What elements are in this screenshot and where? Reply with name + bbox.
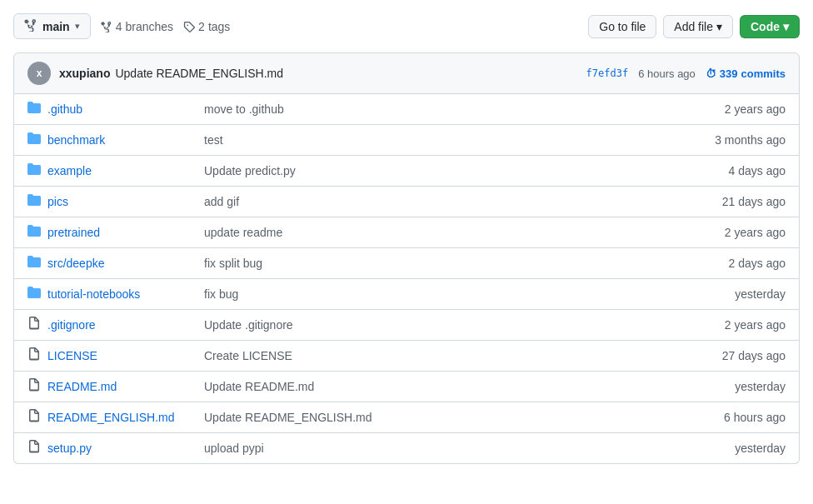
file-name-cell: benchmark xyxy=(27,132,194,148)
file-commit-message[interactable]: Update .gitignore xyxy=(204,318,659,332)
file-time: yesterday xyxy=(669,442,786,455)
file-name[interactable]: tutorial-notebooks xyxy=(47,287,140,301)
table-row: LICENSE Create LICENSE 27 days ago xyxy=(14,341,799,372)
file-table: .github move to .github 2 years ago benc… xyxy=(13,94,800,464)
file-commit-message[interactable]: add gif xyxy=(204,195,659,208)
file-commit-message[interactable]: fix split bug xyxy=(204,257,659,270)
table-row: example Update predict.py 4 days ago xyxy=(14,156,799,187)
branches-link[interactable]: 4 branches xyxy=(101,20,173,33)
file-time: 2 days ago xyxy=(669,257,786,270)
file-name-cell: .github xyxy=(27,101,194,117)
folder-icon xyxy=(27,255,41,272)
file-name[interactable]: README.md xyxy=(47,380,117,393)
top-bar-left: main ▾ 4 branches 2 tags xyxy=(13,13,230,39)
code-label: Code xyxy=(751,20,780,33)
file-name-cell: README_ENGLISH.md xyxy=(27,409,194,426)
branches-label: branches xyxy=(125,20,173,33)
commit-message[interactable]: Update README_ENGLISH.md xyxy=(115,67,283,80)
tags-label: tags xyxy=(208,20,230,33)
commits-link[interactable]: ⏱ 339 commits xyxy=(706,67,786,80)
file-name[interactable]: pics xyxy=(47,195,68,208)
commit-hash[interactable]: f7efd3f xyxy=(586,67,629,79)
file-time: 21 days ago xyxy=(669,195,786,208)
go-to-file-button[interactable]: Go to file xyxy=(588,15,656,38)
table-row: benchmark test 3 months ago xyxy=(14,125,799,156)
avatar-initial: x xyxy=(37,67,42,79)
commits-label: commits xyxy=(741,67,786,80)
top-bar: main ▾ 4 branches 2 tags Go to file Add … xyxy=(13,13,800,39)
folder-icon xyxy=(27,132,41,148)
table-row: tutorial-notebooks fix bug yesterday xyxy=(14,279,799,310)
file-time: 2 years ago xyxy=(669,102,786,116)
commit-meta: f7efd3f 6 hours ago ⏱ 339 commits xyxy=(586,67,786,80)
file-name-cell: pics xyxy=(27,193,194,210)
file-name[interactable]: src/deepke xyxy=(47,257,104,270)
file-icon xyxy=(27,409,41,426)
file-time: 4 days ago xyxy=(669,164,786,177)
table-row: .github move to .github 2 years ago xyxy=(14,94,799,125)
file-name[interactable]: .github xyxy=(47,102,82,116)
file-commit-message[interactable]: Update README_ENGLISH.md xyxy=(204,411,659,424)
commits-count-number: 339 xyxy=(720,67,738,80)
file-commit-message[interactable]: Update predict.py xyxy=(204,164,659,177)
avatar: x xyxy=(27,62,51,85)
table-row: .gitignore Update .gitignore 2 years ago xyxy=(14,310,799,341)
file-commit-message[interactable]: update readme xyxy=(204,226,659,239)
tags-count: 2 xyxy=(198,20,205,33)
file-name[interactable]: setup.py xyxy=(47,442,92,455)
file-name-cell: pretrained xyxy=(27,224,194,241)
commit-username[interactable]: xxupiano xyxy=(59,67,110,80)
add-file-button[interactable]: Add file ▾ xyxy=(663,15,733,38)
table-row: src/deepke fix split bug 2 days ago xyxy=(14,248,799,279)
add-file-caret-icon: ▾ xyxy=(716,20,722,33)
file-icon xyxy=(27,440,41,457)
folder-icon xyxy=(27,224,41,241)
file-commit-message[interactable]: Update README.md xyxy=(204,380,659,393)
file-name-cell: LICENSE xyxy=(27,347,194,364)
file-time: yesterday xyxy=(669,380,786,393)
file-name-cell: example xyxy=(27,162,194,179)
file-name[interactable]: benchmark xyxy=(47,133,105,147)
file-name[interactable]: example xyxy=(47,164,92,177)
file-time: 2 years ago xyxy=(669,226,786,239)
branch-name: main xyxy=(42,20,70,33)
branch-icon xyxy=(24,18,37,34)
file-commit-message[interactable]: upload pypi xyxy=(204,442,659,455)
file-name-cell: .gitignore xyxy=(27,317,194,333)
file-commit-message[interactable]: fix bug xyxy=(204,287,659,301)
code-caret-icon: ▾ xyxy=(783,20,789,33)
file-time: 3 months ago xyxy=(669,133,786,147)
commit-info: xxupiano Update README_ENGLISH.md xyxy=(59,67,578,80)
file-time: 2 years ago xyxy=(669,318,786,332)
commit-bar: x xxupiano Update README_ENGLISH.md f7ef… xyxy=(13,52,800,94)
file-icon xyxy=(27,347,41,364)
file-time: yesterday xyxy=(669,287,786,301)
file-commit-message[interactable]: move to .github xyxy=(204,102,659,116)
file-commit-message[interactable]: test xyxy=(204,133,659,147)
file-name-cell: tutorial-notebooks xyxy=(27,286,194,302)
file-name[interactable]: pretrained xyxy=(47,226,100,239)
branches-count: 4 xyxy=(116,20,122,33)
code-button[interactable]: Code ▾ xyxy=(740,15,800,38)
commit-time: 6 hours ago xyxy=(638,67,696,80)
tags-link[interactable]: 2 tags xyxy=(183,20,230,33)
add-file-label: Add file xyxy=(674,20,713,33)
file-time: 27 days ago xyxy=(669,349,786,362)
history-icon: ⏱ xyxy=(706,67,716,80)
branch-caret-icon: ▾ xyxy=(75,21,80,32)
file-name[interactable]: README_ENGLISH.md xyxy=(47,411,174,424)
file-name[interactable]: .gitignore xyxy=(47,318,96,332)
folder-icon xyxy=(27,193,41,210)
file-icon xyxy=(27,378,41,395)
file-icon xyxy=(27,317,41,333)
folder-icon xyxy=(27,162,41,179)
branch-selector[interactable]: main ▾ xyxy=(13,13,91,39)
table-row: pretrained update readme 2 years ago xyxy=(14,217,799,248)
file-commit-message[interactable]: Create LICENSE xyxy=(204,349,659,362)
folder-icon xyxy=(27,286,41,302)
table-row: README.md Update README.md yesterday xyxy=(14,372,799,402)
file-name[interactable]: LICENSE xyxy=(47,349,97,362)
folder-icon xyxy=(27,101,41,117)
file-name-cell: README.md xyxy=(27,378,194,395)
table-row: README_ENGLISH.md Update README_ENGLISH.… xyxy=(14,402,799,433)
